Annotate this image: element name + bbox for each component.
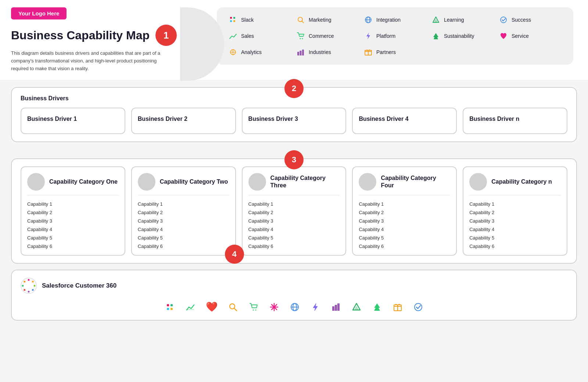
nav-item-learning[interactable]: Learning <box>431 15 495 25</box>
sf-icon-success <box>413 302 423 312</box>
cap-item: Capability 3 <box>138 218 229 224</box>
main-content: 2 Business Drivers Business Driver 1Busi… <box>0 80 588 328</box>
cap-avatar-cat1 <box>27 173 45 191</box>
nav-item-commerce[interactable]: Commerce <box>295 31 359 41</box>
svg-line-5 <box>302 21 304 23</box>
sustainability-icon <box>431 31 441 41</box>
learning-icon <box>431 15 441 25</box>
platform-icon <box>363 31 373 41</box>
cap-card-header-cat2: Capability Category Two <box>138 173 229 195</box>
sf-icon-learning <box>351 302 362 312</box>
cap-list-cat3: Capability 1Capability 2Capability 3Capa… <box>248 201 340 249</box>
svg-line-40 <box>234 308 237 311</box>
nav-grid: Slack Marketing Integration Learning Suc… <box>217 7 573 65</box>
page-title: Business Capability Map <box>11 29 150 42</box>
driver-card-bdn: Business Driver n <box>463 108 567 134</box>
sf-icon-integration <box>290 302 300 312</box>
cap-item: Capability 2 <box>469 210 561 215</box>
cap-card-header-cat4: Capability Category Four <box>359 173 450 195</box>
svg-rect-51 <box>332 306 334 311</box>
cap-item: Capability 2 <box>27 210 119 215</box>
driver-card-bd4: Business Driver 4 <box>352 108 457 134</box>
nav-item-marketing[interactable]: Marketing <box>295 15 359 25</box>
sf-icon-sustainability <box>372 302 382 312</box>
nav-label-commerce: Commerce <box>309 33 334 39</box>
drivers-grid: Business Driver 1Business Driver 2Busine… <box>21 108 567 134</box>
svg-point-33 <box>24 281 25 283</box>
cap-card-header-cat3: Capability Category Three <box>248 173 340 195</box>
cap-item: Capability 2 <box>138 210 229 215</box>
sales-icon <box>228 31 238 41</box>
cap-item: Capability 4 <box>248 227 340 232</box>
nav-item-sustainability[interactable]: Sustainability <box>431 31 495 41</box>
nav-item-success[interactable]: Success <box>498 15 562 25</box>
success-icon <box>498 15 509 25</box>
cap-card-header-catn: Capability Category n <box>469 173 561 195</box>
cap-avatar-cat2 <box>138 173 155 191</box>
cap-item: Capability 5 <box>359 235 450 241</box>
header-title-row: Business Capability Map 1 <box>11 25 202 46</box>
nav-label-analytics: Analytics <box>241 49 262 55</box>
cap-item: Capability 5 <box>138 235 229 241</box>
nav-item-platform[interactable]: Platform <box>363 31 427 41</box>
sf-icon-service: ❤️ <box>206 301 218 313</box>
nav-label-platform: Platform <box>376 33 395 39</box>
nav-label-partners: Partners <box>376 49 396 55</box>
nav-item-integration[interactable]: Integration <box>363 15 427 25</box>
cap-avatar-cat3 <box>248 173 266 191</box>
nav-label-slack: Slack <box>241 17 254 23</box>
svg-point-32 <box>22 285 24 287</box>
cap-item: Capability 2 <box>248 210 340 215</box>
cap-item: Capability 4 <box>359 227 450 232</box>
cap-item: Capability 6 <box>359 244 450 249</box>
commerce-icon <box>295 31 306 41</box>
header: Your Logo Here Business Capability Map 1… <box>0 0 588 80</box>
cap-title-cat3: Capability Category Three <box>270 174 340 190</box>
section-badge-1: 1 <box>155 25 177 46</box>
nav-item-sales[interactable]: Sales <box>228 31 292 41</box>
sf-icon-marketing <box>228 302 238 312</box>
svg-marker-15 <box>433 33 438 39</box>
cap-item: Capability 3 <box>248 218 340 224</box>
svg-rect-52 <box>335 305 337 311</box>
service-icon <box>498 31 509 41</box>
driver-title-bd1: Business Driver 1 <box>27 116 119 122</box>
svg-rect-0 <box>230 17 232 19</box>
capabilities-section: 3 Capability Category One Capability 1Ca… <box>11 158 577 264</box>
svg-marker-56 <box>374 303 380 311</box>
nav-item-partners[interactable]: Partners <box>363 47 427 57</box>
slack-icon <box>228 15 238 25</box>
sf-icon-partners <box>392 302 403 312</box>
cap-title-cat2: Capability Category Two <box>160 178 228 186</box>
svg-rect-20 <box>300 51 302 55</box>
cap-item: Capability 4 <box>138 227 229 232</box>
sf-icon-analytics <box>269 302 279 312</box>
capabilities-grid: Capability Category One Capability 1Capa… <box>21 166 567 256</box>
cap-item: Capability 1 <box>469 201 561 207</box>
nav-item-industries[interactable]: Industries <box>295 47 359 57</box>
cap-item: Capability 1 <box>248 201 340 207</box>
cap-card-cat2: Capability Category Two Capability 1Capa… <box>131 166 236 256</box>
cap-avatar-catn <box>469 173 487 191</box>
svg-rect-37 <box>171 308 173 310</box>
sf-icons-row: ❤️ <box>21 301 567 313</box>
cap-item: Capability 6 <box>248 244 340 249</box>
cap-item: Capability 3 <box>27 218 119 224</box>
cap-list-catn: Capability 1Capability 2Capability 3Capa… <box>469 201 561 249</box>
nav-label-industries: Industries <box>309 49 331 55</box>
cap-item: Capability 4 <box>27 227 119 232</box>
nav-item-analytics[interactable]: Analytics <box>228 47 292 57</box>
section-badge-4: 4 <box>225 245 244 264</box>
cap-title-catn: Capability Category n <box>491 178 552 186</box>
nav-item-service[interactable]: Service <box>498 31 562 41</box>
integration-icon <box>363 15 373 25</box>
cap-item: Capability 5 <box>27 235 119 241</box>
nav-item-slack[interactable]: Slack <box>228 15 292 25</box>
cap-item: Capability 2 <box>359 210 450 215</box>
nav-label-integration: Integration <box>376 17 401 23</box>
svg-point-31 <box>24 289 25 291</box>
driver-card-bd1: Business Driver 1 <box>21 108 125 134</box>
svg-point-41 <box>253 309 254 310</box>
sf-title: Salesforce Customer 360 <box>42 282 116 289</box>
sf-header: Salesforce Customer 360 <box>21 278 567 294</box>
